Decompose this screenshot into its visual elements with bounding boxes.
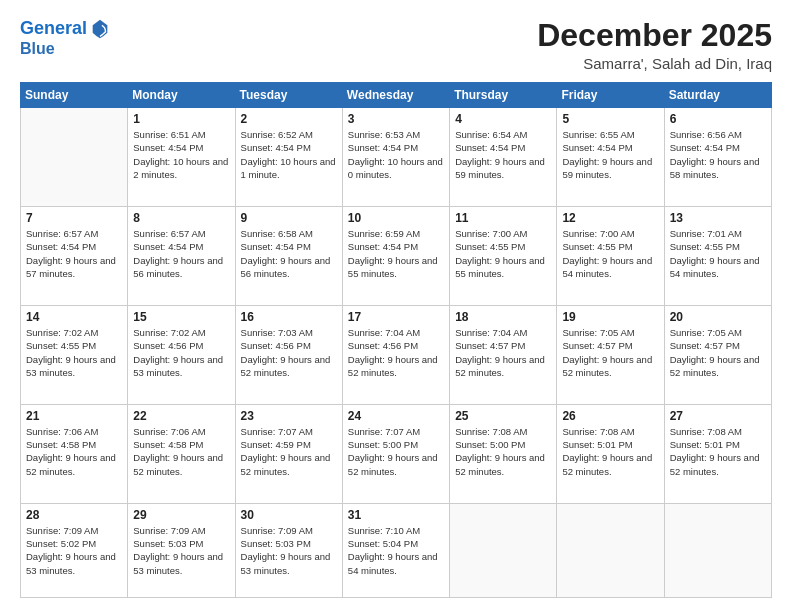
table-row: 12 Sunrise: 7:00 AMSunset: 4:55 PMDaylig… [557, 207, 664, 306]
calendar-table: Sunday Monday Tuesday Wednesday Thursday… [20, 82, 772, 598]
day-info: Sunrise: 7:10 AMSunset: 5:04 PMDaylight:… [348, 525, 438, 576]
table-row [450, 503, 557, 597]
table-row: 19 Sunrise: 7:05 AMSunset: 4:57 PMDaylig… [557, 305, 664, 404]
day-info: Sunrise: 6:51 AMSunset: 4:54 PMDaylight:… [133, 129, 228, 180]
table-row: 15 Sunrise: 7:02 AMSunset: 4:56 PMDaylig… [128, 305, 235, 404]
table-row: 21 Sunrise: 7:06 AMSunset: 4:58 PMDaylig… [21, 404, 128, 503]
table-row [21, 108, 128, 207]
day-number: 17 [348, 310, 444, 324]
logo-subtext: Blue [20, 40, 55, 57]
col-thursday: Thursday [450, 83, 557, 108]
day-info: Sunrise: 7:07 AMSunset: 5:00 PMDaylight:… [348, 426, 438, 477]
day-info: Sunrise: 7:04 AMSunset: 4:56 PMDaylight:… [348, 327, 438, 378]
day-number: 13 [670, 211, 766, 225]
day-number: 24 [348, 409, 444, 423]
day-info: Sunrise: 7:00 AMSunset: 4:55 PMDaylight:… [562, 228, 652, 279]
day-info: Sunrise: 7:08 AMSunset: 5:00 PMDaylight:… [455, 426, 545, 477]
col-tuesday: Tuesday [235, 83, 342, 108]
month-title: December 2025 [537, 18, 772, 53]
day-info: Sunrise: 6:57 AMSunset: 4:54 PMDaylight:… [26, 228, 116, 279]
day-info: Sunrise: 7:08 AMSunset: 5:01 PMDaylight:… [670, 426, 760, 477]
col-monday: Monday [128, 83, 235, 108]
table-row: 1 Sunrise: 6:51 AMSunset: 4:54 PMDayligh… [128, 108, 235, 207]
table-row: 4 Sunrise: 6:54 AMSunset: 4:54 PMDayligh… [450, 108, 557, 207]
logo: General Blue [20, 18, 111, 58]
logo-icon [89, 18, 111, 40]
day-number: 7 [26, 211, 122, 225]
day-info: Sunrise: 7:06 AMSunset: 4:58 PMDaylight:… [26, 426, 116, 477]
table-row: 28 Sunrise: 7:09 AMSunset: 5:02 PMDaylig… [21, 503, 128, 597]
day-number: 30 [241, 508, 337, 522]
day-info: Sunrise: 6:54 AMSunset: 4:54 PMDaylight:… [455, 129, 545, 180]
table-row: 7 Sunrise: 6:57 AMSunset: 4:54 PMDayligh… [21, 207, 128, 306]
day-info: Sunrise: 7:05 AMSunset: 4:57 PMDaylight:… [562, 327, 652, 378]
day-number: 1 [133, 112, 229, 126]
day-number: 2 [241, 112, 337, 126]
day-number: 25 [455, 409, 551, 423]
day-info: Sunrise: 7:08 AMSunset: 5:01 PMDaylight:… [562, 426, 652, 477]
table-row: 25 Sunrise: 7:08 AMSunset: 5:00 PMDaylig… [450, 404, 557, 503]
table-row [557, 503, 664, 597]
day-number: 18 [455, 310, 551, 324]
location-title: Samarra', Salah ad Din, Iraq [537, 55, 772, 72]
table-row: 18 Sunrise: 7:04 AMSunset: 4:57 PMDaylig… [450, 305, 557, 404]
table-row: 22 Sunrise: 7:06 AMSunset: 4:58 PMDaylig… [128, 404, 235, 503]
day-number: 28 [26, 508, 122, 522]
table-row: 5 Sunrise: 6:55 AMSunset: 4:54 PMDayligh… [557, 108, 664, 207]
table-row: 17 Sunrise: 7:04 AMSunset: 4:56 PMDaylig… [342, 305, 449, 404]
table-row: 2 Sunrise: 6:52 AMSunset: 4:54 PMDayligh… [235, 108, 342, 207]
day-info: Sunrise: 7:06 AMSunset: 4:58 PMDaylight:… [133, 426, 223, 477]
table-row: 27 Sunrise: 7:08 AMSunset: 5:01 PMDaylig… [664, 404, 771, 503]
day-number: 11 [455, 211, 551, 225]
title-area: December 2025 Samarra', Salah ad Din, Ir… [537, 18, 772, 72]
day-number: 21 [26, 409, 122, 423]
day-number: 29 [133, 508, 229, 522]
day-info: Sunrise: 7:05 AMSunset: 4:57 PMDaylight:… [670, 327, 760, 378]
day-info: Sunrise: 7:09 AMSunset: 5:03 PMDaylight:… [133, 525, 223, 576]
day-info: Sunrise: 6:55 AMSunset: 4:54 PMDaylight:… [562, 129, 652, 180]
table-row: 8 Sunrise: 6:57 AMSunset: 4:54 PMDayligh… [128, 207, 235, 306]
day-number: 19 [562, 310, 658, 324]
col-friday: Friday [557, 83, 664, 108]
table-row: 14 Sunrise: 7:02 AMSunset: 4:55 PMDaylig… [21, 305, 128, 404]
day-info: Sunrise: 7:01 AMSunset: 4:55 PMDaylight:… [670, 228, 760, 279]
day-number: 22 [133, 409, 229, 423]
day-number: 8 [133, 211, 229, 225]
col-saturday: Saturday [664, 83, 771, 108]
day-number: 9 [241, 211, 337, 225]
table-row: 6 Sunrise: 6:56 AMSunset: 4:54 PMDayligh… [664, 108, 771, 207]
day-number: 20 [670, 310, 766, 324]
table-row: 31 Sunrise: 7:10 AMSunset: 5:04 PMDaylig… [342, 503, 449, 597]
table-row: 11 Sunrise: 7:00 AMSunset: 4:55 PMDaylig… [450, 207, 557, 306]
table-row: 16 Sunrise: 7:03 AMSunset: 4:56 PMDaylig… [235, 305, 342, 404]
table-row: 30 Sunrise: 7:09 AMSunset: 5:03 PMDaylig… [235, 503, 342, 597]
day-info: Sunrise: 7:02 AMSunset: 4:55 PMDaylight:… [26, 327, 116, 378]
day-number: 5 [562, 112, 658, 126]
table-row: 24 Sunrise: 7:07 AMSunset: 5:00 PMDaylig… [342, 404, 449, 503]
day-info: Sunrise: 7:03 AMSunset: 4:56 PMDaylight:… [241, 327, 331, 378]
day-info: Sunrise: 7:00 AMSunset: 4:55 PMDaylight:… [455, 228, 545, 279]
day-number: 10 [348, 211, 444, 225]
day-info: Sunrise: 7:04 AMSunset: 4:57 PMDaylight:… [455, 327, 545, 378]
day-info: Sunrise: 6:59 AMSunset: 4:54 PMDaylight:… [348, 228, 438, 279]
table-row: 3 Sunrise: 6:53 AMSunset: 4:54 PMDayligh… [342, 108, 449, 207]
table-row: 26 Sunrise: 7:08 AMSunset: 5:01 PMDaylig… [557, 404, 664, 503]
day-number: 27 [670, 409, 766, 423]
day-info: Sunrise: 7:02 AMSunset: 4:56 PMDaylight:… [133, 327, 223, 378]
table-row: 13 Sunrise: 7:01 AMSunset: 4:55 PMDaylig… [664, 207, 771, 306]
table-row: 20 Sunrise: 7:05 AMSunset: 4:57 PMDaylig… [664, 305, 771, 404]
day-info: Sunrise: 6:58 AMSunset: 4:54 PMDaylight:… [241, 228, 331, 279]
table-row: 29 Sunrise: 7:09 AMSunset: 5:03 PMDaylig… [128, 503, 235, 597]
table-row: 10 Sunrise: 6:59 AMSunset: 4:54 PMDaylig… [342, 207, 449, 306]
day-number: 26 [562, 409, 658, 423]
day-info: Sunrise: 6:56 AMSunset: 4:54 PMDaylight:… [670, 129, 760, 180]
day-number: 14 [26, 310, 122, 324]
col-wednesday: Wednesday [342, 83, 449, 108]
day-number: 3 [348, 112, 444, 126]
day-number: 4 [455, 112, 551, 126]
table-row [664, 503, 771, 597]
day-number: 16 [241, 310, 337, 324]
day-info: Sunrise: 7:09 AMSunset: 5:03 PMDaylight:… [241, 525, 331, 576]
day-info: Sunrise: 7:07 AMSunset: 4:59 PMDaylight:… [241, 426, 331, 477]
day-number: 12 [562, 211, 658, 225]
